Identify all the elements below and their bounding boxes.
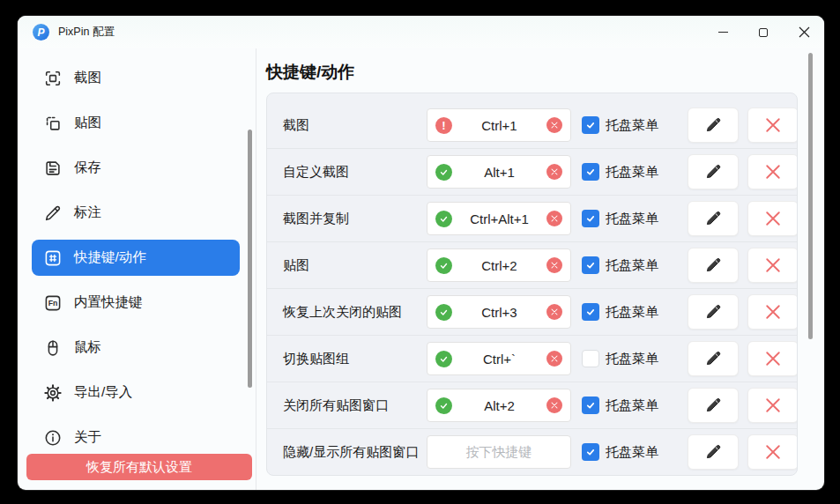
- delete-hotkey-button[interactable]: [747, 248, 798, 283]
- tray-menu-checkbox[interactable]: [582, 397, 599, 414]
- hotkey-valid-icon: [435, 211, 452, 227]
- hotkey-input[interactable]: Ctrl+Alt+1: [427, 202, 571, 235]
- pencil-icon: [704, 256, 722, 274]
- edit-hotkey-button[interactable]: [688, 248, 739, 283]
- tray-menu-checkbox[interactable]: [582, 350, 599, 367]
- delete-hotkey-button[interactable]: [747, 388, 798, 423]
- hotkey-input[interactable]: Ctrl+3: [427, 295, 571, 329]
- pencil-icon: [704, 397, 722, 414]
- pencil-icon: [704, 350, 722, 367]
- hotkey-row-label: 自定义截图: [283, 164, 427, 181]
- clear-hotkey-icon[interactable]: [546, 304, 562, 320]
- sidebar: 截图贴图保存标注快捷键/动作Fn内置快捷键鼠标导出/导入关于 恢复所有默认设置: [18, 48, 256, 490]
- tray-menu-option: 托盘菜单: [582, 303, 682, 321]
- pencil-icon: [704, 116, 722, 134]
- tray-menu-label: 托盘菜单: [606, 351, 658, 367]
- delete-hotkey-button[interactable]: [747, 294, 798, 330]
- clear-hotkey-icon[interactable]: [546, 164, 562, 180]
- minimize-icon: [718, 32, 728, 33]
- hotkey-row-label: 截图: [283, 117, 427, 134]
- edit-hotkey-button[interactable]: [688, 201, 739, 236]
- hotkey-input[interactable]: Ctrl+2: [427, 248, 571, 282]
- sidebar-item-6[interactable]: 鼠标: [32, 330, 240, 366]
- titlebar: P PixPin 配置: [18, 16, 824, 48]
- window-controls: [702, 16, 824, 48]
- tray-menu-label: 托盘菜单: [606, 211, 658, 227]
- sidebar-nav: 截图贴图保存标注快捷键/动作Fn内置快捷键鼠标导出/导入关于: [18, 60, 256, 456]
- tray-menu-option: 托盘菜单: [582, 116, 682, 134]
- clear-hotkey-icon[interactable]: [546, 351, 562, 367]
- tray-menu-option: 托盘菜单: [582, 163, 682, 181]
- sidebar-item-label: 内置快捷键: [74, 293, 143, 312]
- hotkey-input[interactable]: Alt+1: [427, 155, 571, 189]
- close-button[interactable]: [784, 16, 824, 48]
- delete-hotkey-button[interactable]: [747, 201, 798, 236]
- sidebar-item-7[interactable]: 导出/导入: [32, 374, 240, 411]
- hotkey-input[interactable]: Ctrl+`: [427, 342, 571, 375]
- hotkey-valid-icon: [435, 257, 452, 274]
- edit-hotkey-button[interactable]: [688, 341, 739, 376]
- clear-hotkey-icon[interactable]: [546, 117, 562, 133]
- tray-menu-checkbox[interactable]: [582, 210, 599, 227]
- hotkey-row-label: 截图并复制: [283, 211, 427, 227]
- sidebar-scrollbar[interactable]: [248, 130, 252, 388]
- tray-menu-checkbox[interactable]: [582, 443, 599, 461]
- sidebar-item-4[interactable]: 快捷键/动作: [32, 240, 240, 276]
- hotkey-row: 隐藏/显示所有贴图窗口按下快捷键托盘菜单: [267, 429, 797, 476]
- delete-hotkey-button[interactable]: [747, 341, 798, 376]
- tray-menu-option: 托盘菜单: [582, 256, 682, 274]
- tray-menu-checkbox[interactable]: [582, 303, 599, 321]
- main-scrollbar[interactable]: [808, 53, 813, 339]
- delete-hotkey-button[interactable]: [747, 154, 798, 189]
- edit-hotkey-button[interactable]: [688, 154, 739, 189]
- hotkey-input[interactable]: Alt+2: [427, 389, 571, 422]
- sidebar-item-0[interactable]: 截图: [32, 60, 240, 96]
- pencil-icon: [704, 443, 722, 461]
- minimize-button[interactable]: [702, 16, 743, 48]
- sidebar-item-8[interactable]: 关于: [32, 419, 240, 456]
- clear-hotkey-icon[interactable]: [546, 257, 562, 273]
- maximize-icon: [759, 28, 768, 37]
- clear-hotkey-icon[interactable]: [546, 397, 562, 413]
- hotkey-row: 恢复上次关闭的贴图Ctrl+3托盘菜单: [267, 289, 797, 336]
- maximize-button[interactable]: [743, 16, 784, 48]
- hotkey-row: 关闭所有贴图窗口Alt+2托盘菜单: [267, 382, 797, 429]
- tray-menu-label: 托盘菜单: [606, 304, 658, 321]
- window-title: PixPin 配置: [58, 25, 115, 40]
- hotkey-value: Ctrl+1: [452, 118, 546, 133]
- clear-hotkey-icon[interactable]: [546, 211, 562, 226]
- hotkey-input[interactable]: !Ctrl+1: [427, 108, 571, 142]
- crop-icon: [43, 69, 63, 88]
- hotkey-value: Ctrl+2: [452, 258, 546, 273]
- reset-defaults-button[interactable]: 恢复所有默认设置: [26, 454, 252, 480]
- tray-menu-checkbox[interactable]: [582, 163, 599, 181]
- tray-menu-label: 托盘菜单: [606, 257, 658, 274]
- edit-hotkey-button[interactable]: [688, 294, 739, 330]
- sidebar-item-2[interactable]: 保存: [32, 150, 240, 186]
- delete-x-icon: [765, 211, 781, 226]
- edit-hotkey-button[interactable]: [688, 388, 739, 423]
- edit-hotkey-button[interactable]: [688, 107, 739, 143]
- delete-hotkey-button[interactable]: [747, 107, 798, 143]
- pencil-icon: [43, 204, 63, 223]
- sidebar-item-3[interactable]: 标注: [32, 195, 240, 231]
- sidebar-item-label: 导出/导入: [74, 383, 132, 402]
- tray-menu-label: 托盘菜单: [606, 397, 658, 414]
- hotkey-value: Ctrl+`: [452, 352, 546, 367]
- hotkey-row-label: 关闭所有贴图窗口: [283, 397, 427, 414]
- hotkey-input[interactable]: 按下快捷键: [427, 435, 571, 469]
- close-icon: [799, 26, 810, 38]
- sidebar-item-1[interactable]: 贴图: [32, 105, 240, 141]
- tray-menu-checkbox[interactable]: [582, 116, 599, 134]
- delete-x-icon: [765, 351, 781, 367]
- info-icon: [43, 428, 63, 448]
- delete-hotkey-button[interactable]: [747, 434, 798, 470]
- pencil-icon: [704, 163, 722, 181]
- tray-menu-option: 托盘菜单: [582, 210, 682, 227]
- tray-menu-checkbox[interactable]: [582, 256, 599, 274]
- hotkey-valid-icon: [435, 397, 452, 414]
- sidebar-item-5[interactable]: Fn内置快捷键: [32, 285, 240, 321]
- page-title: 快捷键/动作: [266, 61, 354, 84]
- tray-menu-option: 托盘菜单: [582, 350, 682, 367]
- edit-hotkey-button[interactable]: [688, 434, 739, 470]
